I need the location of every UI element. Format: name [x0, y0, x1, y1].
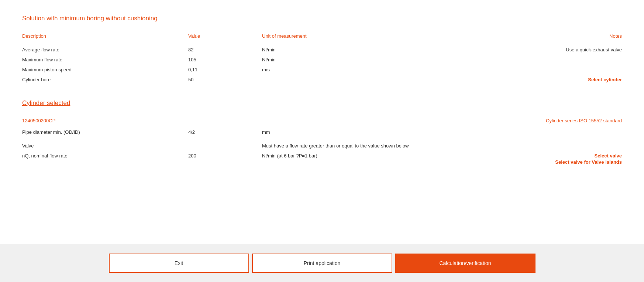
select-cylinder-link[interactable]: Select cylinder [410, 77, 622, 82]
row-unit [262, 77, 410, 82]
row-unit: mm [262, 129, 410, 135]
select-valve-link[interactable]: Select valve [595, 153, 622, 159]
cylinder-id: 1240500200CP [22, 118, 188, 123]
row-notes [410, 57, 622, 62]
row-unit: Nl/min [262, 47, 410, 52]
cylinder-data-row: nQ, nominal flow rate 200 Nl/min (at 6 b… [22, 151, 622, 167]
row-value: 50 [188, 77, 262, 82]
cylinder-data-row: Pipe diameter min. (OD/ID) 4/2 mm [22, 127, 622, 137]
header-unit: Unit of measurement [262, 33, 410, 39]
row-value: 4/2 [188, 129, 262, 135]
exit-button[interactable]: Exit [109, 254, 249, 273]
header-value: Value [188, 33, 262, 39]
main-content: Solution with minimum boring without cus… [0, 0, 644, 244]
row-notes [410, 67, 622, 72]
row-description: Cylinder bore [22, 77, 188, 82]
cylinder-series: Cylinder series ISO 15552 standard [546, 118, 622, 123]
table-row: Maximum flow rate 105 Nl/min [22, 55, 622, 65]
cylinder-id-row: 1240500200CP Cylinder series ISO 15552 s… [22, 118, 622, 123]
row-notes [410, 129, 622, 135]
solution-table-header: Description Value Unit of measurement No… [22, 33, 622, 41]
solution-section: Solution with minimum boring without cus… [22, 15, 622, 85]
cylinder-title[interactable]: Cylinder selected [22, 99, 622, 107]
calc-button[interactable]: Calculation/verification [395, 254, 535, 273]
footer-buttons: Exit Print application Calculation/verif… [101, 254, 544, 273]
table-row: Maximum piston speed 0,11 m/s [22, 65, 622, 75]
select-valve-islands-link[interactable]: Select valve for Valve islands [555, 159, 622, 165]
footer: Exit Print application Calculation/verif… [0, 244, 644, 282]
cylinder-data-row: Valve Must have a flow rate greater than… [22, 141, 622, 151]
row-value: 105 [188, 57, 262, 62]
valve-action-links: Select valve Select valve for Valve isla… [410, 153, 622, 165]
row-description: Maximum flow rate [22, 57, 188, 62]
header-notes: Notes [410, 33, 622, 39]
row-description: Valve [22, 143, 188, 149]
row-description: Average flow rate [22, 47, 188, 52]
row-unit: Nl/min [262, 57, 410, 62]
row-value: 82 [188, 47, 262, 52]
cylinder-section: Cylinder selected 1240500200CP Cylinder … [22, 99, 622, 167]
row-description: Pipe diameter min. (OD/ID) [22, 129, 188, 135]
row-value: 0,11 [188, 67, 262, 72]
row-unit: Nl/min (at 6 bar ?P=1 bar) [262, 153, 410, 165]
row-notes: Use a quick-exhaust valve [410, 47, 622, 52]
row-unit: m/s [262, 67, 410, 72]
solution-title[interactable]: Solution with minimum boring without cus… [22, 15, 622, 22]
row-unit: Must have a flow rate greater than or eq… [262, 143, 622, 149]
row-description: Maximum piston speed [22, 67, 188, 72]
header-description: Description [22, 33, 188, 39]
print-button[interactable]: Print application [252, 254, 392, 273]
table-row: Average flow rate 82 Nl/min Use a quick-… [22, 45, 622, 55]
row-value: 200 [188, 153, 262, 165]
table-row: Cylinder bore 50 Select cylinder [22, 75, 622, 85]
row-value [188, 143, 262, 149]
row-description: nQ, nominal flow rate [22, 153, 188, 165]
